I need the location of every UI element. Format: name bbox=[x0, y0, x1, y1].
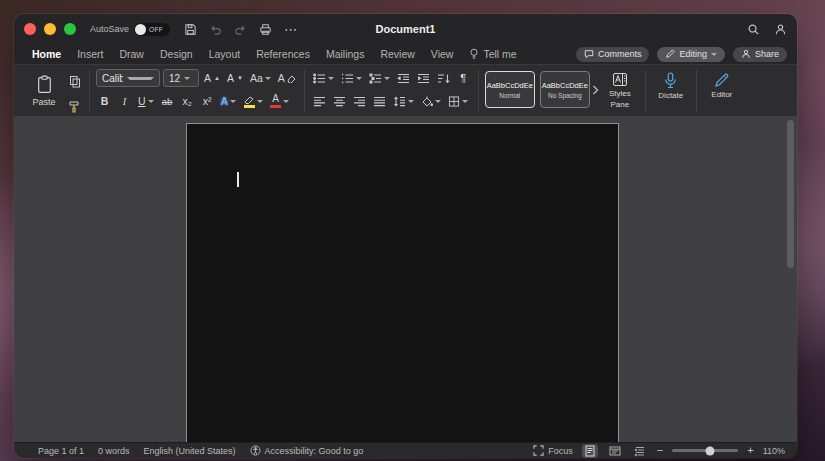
vertical-scrollbar-thumb[interactable] bbox=[787, 120, 794, 268]
clear-formatting-button[interactable]: A bbox=[276, 69, 298, 88]
account-button[interactable] bbox=[774, 23, 787, 36]
sort-button[interactable] bbox=[435, 69, 452, 88]
paste-button[interactable]: Paste bbox=[26, 68, 62, 113]
styles-pane-label-line1: Styles bbox=[609, 89, 631, 98]
tab-mailings[interactable]: Mailings bbox=[326, 48, 365, 60]
fullscreen-window-button[interactable] bbox=[64, 23, 76, 35]
line-spacing-button[interactable] bbox=[391, 92, 416, 111]
numbered-list-button[interactable] bbox=[339, 69, 364, 88]
zoom-in-button[interactable]: + bbox=[747, 445, 753, 456]
ellipsis-icon: ⋯ bbox=[284, 23, 297, 36]
text-effects-button[interactable]: A bbox=[219, 92, 239, 111]
editing-button[interactable]: Editing bbox=[657, 47, 725, 62]
autosave-toggle[interactable]: OFF bbox=[134, 23, 170, 36]
search-button[interactable] bbox=[747, 23, 760, 36]
close-window-button[interactable] bbox=[24, 23, 36, 35]
microphone-icon bbox=[663, 72, 678, 89]
strikethrough-button[interactable]: ab bbox=[159, 92, 176, 111]
zoom-level-button[interactable]: 110% bbox=[763, 446, 785, 456]
tab-insert[interactable]: Insert bbox=[77, 48, 103, 60]
multilevel-list-button[interactable] bbox=[367, 69, 392, 88]
format-painter-button[interactable] bbox=[66, 97, 83, 116]
print-button[interactable] bbox=[259, 23, 272, 36]
document-page[interactable] bbox=[186, 123, 619, 442]
shading-button[interactable] bbox=[419, 92, 443, 111]
grow-font-button[interactable]: A▲ bbox=[202, 69, 222, 88]
increase-indent-button[interactable] bbox=[415, 69, 432, 88]
font-color-icon: A bbox=[270, 94, 281, 108]
editor-button[interactable]: Editor bbox=[703, 68, 741, 99]
zoom-slider-knob[interactable] bbox=[705, 446, 714, 455]
save-button[interactable] bbox=[184, 23, 197, 36]
style-card-no-spacing[interactable]: AaBbCcDdEe No Spacing bbox=[540, 71, 590, 108]
text-effects-label: A bbox=[221, 95, 229, 107]
ribbon-divider bbox=[304, 70, 305, 112]
share-icon bbox=[741, 49, 751, 59]
titlebar[interactable]: AutoSave OFF ⋯ Document1 bbox=[14, 14, 797, 44]
print-layout-view-button[interactable] bbox=[582, 444, 598, 458]
undo-button[interactable] bbox=[209, 23, 222, 36]
more-styles-button[interactable] bbox=[590, 71, 601, 108]
style-card-normal[interactable]: AaBbCcDdEe Normal bbox=[485, 71, 535, 108]
tab-draw[interactable]: Draw bbox=[119, 48, 144, 60]
font-size-select[interactable]: 12 bbox=[163, 69, 199, 87]
word-window: AutoSave OFF ⋯ Document1 bbox=[14, 14, 797, 458]
zoom-slider[interactable] bbox=[672, 449, 738, 452]
tab-design[interactable]: Design bbox=[160, 48, 193, 60]
document-canvas[interactable] bbox=[14, 116, 797, 442]
more-commands-button[interactable]: ⋯ bbox=[284, 23, 297, 36]
shrink-font-button[interactable]: A▼ bbox=[225, 69, 245, 88]
word-count-status[interactable]: 0 words bbox=[98, 446, 130, 456]
justify-button[interactable] bbox=[371, 92, 388, 111]
accessibility-status[interactable]: Accessibility: Good to go bbox=[250, 445, 364, 456]
align-right-button[interactable] bbox=[351, 92, 368, 111]
bullet-list-icon bbox=[313, 73, 326, 84]
styles-pane-button[interactable]: Styles Pane bbox=[601, 68, 639, 109]
redo-button[interactable] bbox=[234, 23, 247, 36]
language-status[interactable]: English (United States) bbox=[144, 446, 236, 456]
comment-icon bbox=[584, 49, 594, 59]
align-center-button[interactable] bbox=[331, 92, 348, 111]
copy-button[interactable] bbox=[66, 72, 83, 91]
minimize-window-button[interactable] bbox=[44, 23, 56, 35]
document-title: Document1 bbox=[14, 23, 797, 35]
underline-button[interactable]: U bbox=[136, 92, 156, 111]
up-arrow-icon: ▲ bbox=[214, 75, 220, 81]
align-left-button[interactable] bbox=[311, 92, 328, 111]
tab-references[interactable]: References bbox=[256, 48, 310, 60]
subscript-button[interactable]: x₂ bbox=[179, 92, 196, 111]
tab-view[interactable]: View bbox=[431, 48, 454, 60]
font-color-button[interactable]: A bbox=[268, 92, 291, 111]
bullet-list-button[interactable] bbox=[311, 69, 336, 88]
focus-mode-button[interactable]: Focus bbox=[533, 445, 573, 456]
page-count-status[interactable]: Page 1 of 1 bbox=[38, 446, 84, 456]
superscript-button[interactable]: x² bbox=[199, 92, 216, 111]
chevron-down-icon bbox=[230, 100, 236, 103]
justify-icon bbox=[373, 96, 386, 107]
tab-tell-me[interactable]: Tell me bbox=[469, 48, 516, 60]
tab-layout[interactable]: Layout bbox=[209, 48, 241, 60]
font-name-select[interactable]: Calibri (Bo... bbox=[96, 69, 160, 87]
chevron-down-icon bbox=[148, 100, 154, 103]
highlight-color-button[interactable] bbox=[241, 92, 265, 111]
styles-pane-label-line2: Pane bbox=[610, 100, 629, 109]
line-spacing-icon bbox=[393, 96, 406, 107]
outline-view-button[interactable] bbox=[632, 444, 648, 458]
bold-button[interactable]: B bbox=[96, 92, 113, 111]
comments-button[interactable]: Comments bbox=[576, 47, 650, 62]
dictate-button[interactable]: Dictate bbox=[652, 68, 690, 100]
web-layout-view-button[interactable] bbox=[607, 444, 623, 458]
show-formatting-marks-button[interactable]: ¶ bbox=[455, 69, 472, 88]
decrease-indent-button[interactable] bbox=[395, 69, 412, 88]
zoom-out-button[interactable]: − bbox=[657, 445, 663, 456]
borders-button[interactable] bbox=[446, 92, 470, 111]
italic-button[interactable]: I bbox=[116, 92, 133, 111]
change-case-button[interactable]: Aa bbox=[248, 69, 273, 88]
editing-button-label: Editing bbox=[679, 49, 707, 59]
chevron-down-icon bbox=[328, 77, 334, 80]
share-button[interactable]: Share bbox=[733, 47, 787, 62]
tab-home[interactable]: Home bbox=[32, 48, 61, 60]
style-preview: AaBbCcDdEe bbox=[487, 81, 533, 90]
tab-review[interactable]: Review bbox=[380, 48, 414, 60]
ribbon-divider bbox=[478, 70, 479, 112]
